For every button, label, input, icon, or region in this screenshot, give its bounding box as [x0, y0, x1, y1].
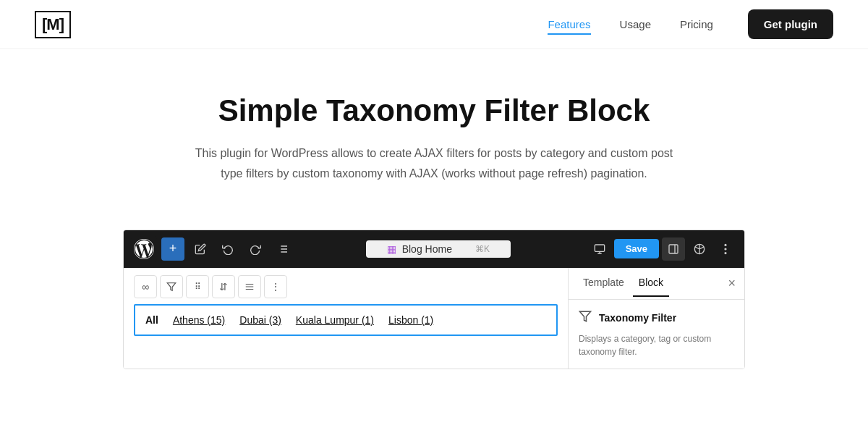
toolbar-location-text: Blog Home — [402, 243, 452, 255]
filter-tool-button[interactable] — [160, 275, 183, 298]
svg-point-12 — [724, 244, 726, 246]
hero-section: Simple Taxonomy Filter Block This plugin… — [0, 49, 868, 212]
align-icon — [244, 282, 255, 292]
editor-content-area: ∞ ⠿ ⇵ — [124, 268, 568, 369]
sidebar-tabs: Template Block × — [569, 268, 744, 300]
nav-link-pricing[interactable]: Pricing — [680, 18, 713, 33]
nav-link-features[interactable]: Features — [548, 18, 590, 35]
save-button[interactable]: Save — [614, 239, 659, 258]
wp-toolbar: + — [124, 230, 744, 268]
toolbar-keyboard-shortcut: ⌘K — [475, 244, 490, 254]
filter-all[interactable]: All — [145, 314, 158, 326]
grid-icon: ▦ — [387, 243, 396, 255]
more-options-button[interactable] — [714, 237, 737, 261]
redo-icon — [250, 243, 261, 255]
svg-point-14 — [724, 252, 726, 254]
header: [M] Features Usage Pricing Get plugin — [0, 0, 868, 49]
editor-sidebar: Template Block × Taxonomy Filter Display… — [568, 268, 744, 369]
taxonomy-filter-panel-icon — [579, 310, 592, 327]
toolbar-right: Save — [588, 237, 737, 261]
hero-title: Simple Taxonomy Filter Block — [35, 93, 833, 129]
wp-logo-button[interactable] — [131, 236, 157, 262]
more-vertical-icon — [724, 243, 727, 255]
hero-description: This plugin for WordPress allows to crea… — [188, 143, 680, 182]
taxonomy-filter-block[interactable]: All Athens (15) Dubai (3) Kuala Lumpur (… — [134, 304, 558, 336]
filter-panel-icon — [579, 310, 592, 323]
sidebar-panel: Taxonomy Filter Displays a category, tag… — [569, 300, 744, 369]
sidebar-block-header: Taxonomy Filter — [579, 310, 734, 327]
undo-icon — [222, 243, 234, 255]
arrows-tool-button[interactable]: ⇵ — [212, 275, 235, 298]
filter-dubai[interactable]: Dubai (3) — [239, 314, 281, 326]
wordpress-logo-icon — [134, 239, 154, 259]
link-icon: ∞ — [142, 281, 149, 293]
sidebar-toggle-button[interactable] — [662, 237, 685, 261]
list-view-icon — [277, 243, 289, 255]
contrast-icon — [694, 243, 705, 255]
filter-lisbon[interactable]: Lisbon (1) — [388, 314, 433, 326]
contrast-button[interactable] — [688, 237, 711, 261]
filter-icon — [166, 282, 176, 292]
svg-marker-15 — [167, 283, 176, 291]
toolbar-location[interactable]: ▦ Blog Home ⌘K — [366, 240, 511, 258]
svg-rect-9 — [669, 245, 678, 253]
align-tool-button[interactable] — [238, 275, 261, 298]
sidebar-block-title: Taxonomy Filter — [599, 312, 676, 324]
sidebar-close-button[interactable]: × — [728, 276, 736, 291]
tab-block[interactable]: Block — [633, 269, 669, 297]
filter-kuala-lumpur[interactable]: Kuala Lumpur (1) — [296, 314, 374, 326]
drag-tool-button[interactable]: ⠿ — [186, 275, 209, 298]
undo-button[interactable] — [216, 237, 239, 261]
redo-button[interactable] — [244, 237, 267, 261]
block-toolbar: ∞ ⠿ ⇵ — [134, 275, 558, 298]
editor-preview: + — [123, 230, 745, 369]
link-tool-button[interactable]: ∞ — [134, 275, 157, 298]
main-nav: Features Usage Pricing Get plugin — [548, 9, 833, 39]
preview-button[interactable] — [588, 237, 611, 261]
pencil-icon — [195, 243, 206, 255]
filter-athens[interactable]: Athens (15) — [173, 314, 225, 326]
editor-body: ∞ ⠿ ⇵ — [124, 268, 744, 369]
svg-marker-19 — [580, 311, 591, 321]
nav-links: Features Usage Pricing — [548, 18, 712, 31]
list-view-button[interactable] — [271, 237, 294, 261]
monitor-icon — [594, 243, 605, 255]
sidebar-tab-group: Template Block — [577, 269, 669, 297]
block-more-icon: ⋮ — [271, 281, 281, 293]
logo: [M] — [35, 11, 71, 38]
svg-point-13 — [724, 248, 726, 250]
sidebar-block-description: Displays a category, tag or custom taxon… — [579, 332, 734, 358]
nav-link-usage[interactable]: Usage — [620, 18, 651, 33]
sidebar-icon — [668, 243, 679, 255]
drag-icon: ⠿ — [195, 282, 200, 292]
edit-mode-button[interactable] — [189, 237, 212, 261]
block-more-button[interactable]: ⋮ — [264, 275, 287, 298]
tab-template[interactable]: Template — [577, 269, 630, 297]
svg-rect-6 — [595, 245, 604, 251]
add-block-button[interactable]: + — [161, 237, 184, 261]
up-down-arrows-icon: ⇵ — [219, 281, 228, 293]
get-plugin-button[interactable]: Get plugin — [748, 9, 833, 39]
